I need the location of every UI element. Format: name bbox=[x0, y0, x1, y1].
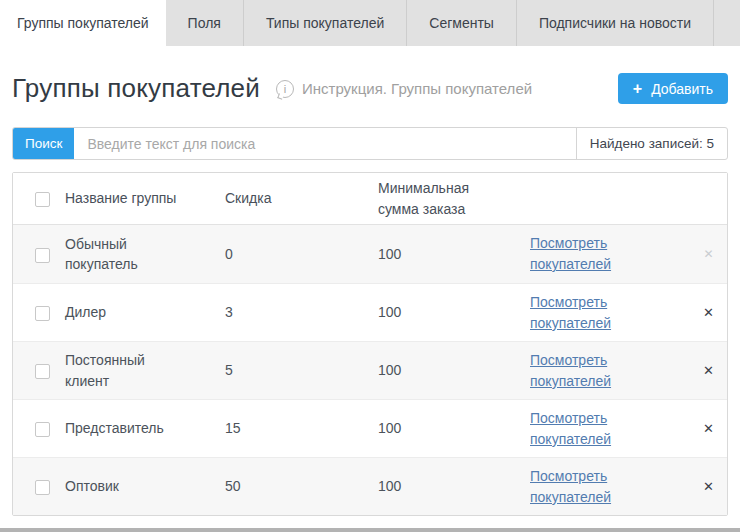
results-count: Найдено записей: 5 bbox=[576, 128, 727, 159]
row-checkbox[interactable] bbox=[35, 480, 50, 495]
delete-icon[interactable]: ✕ bbox=[703, 364, 714, 377]
add-button[interactable]: + Добавить bbox=[618, 73, 728, 104]
tab-segments[interactable]: Сегменты bbox=[406, 0, 516, 46]
search-button[interactable]: Поиск bbox=[13, 128, 74, 159]
view-customers-link[interactable]: Посмотреть покупателей bbox=[530, 466, 642, 508]
row-checkbox[interactable] bbox=[35, 306, 50, 321]
buyer-groups-table: Название группы Скидка Минимальная сумма… bbox=[12, 172, 728, 516]
plus-icon: + bbox=[633, 81, 642, 97]
view-customers-link[interactable]: Посмотреть покупателей bbox=[530, 233, 642, 275]
instruction-link[interactable]: i Инструкция. Группы покупателей bbox=[276, 80, 532, 98]
group-name: Оптовик bbox=[59, 476, 219, 496]
delete-icon: ✕ bbox=[703, 248, 713, 260]
delete-icon[interactable]: ✕ bbox=[703, 422, 714, 435]
tab-buyer-types[interactable]: Типы покупателей bbox=[243, 0, 406, 46]
column-header-min-order: Минимальная сумма заказа bbox=[372, 178, 524, 219]
row-checkbox[interactable] bbox=[35, 364, 50, 379]
instruction-label: Инструкция. Группы покупателей bbox=[302, 80, 532, 97]
add-button-label: Добавить bbox=[651, 81, 713, 97]
view-customers-link[interactable]: Посмотреть покупателей bbox=[530, 350, 642, 392]
page-content: Группы покупателей i Инструкция. Группы … bbox=[0, 73, 740, 516]
table-row: Обычный покупатель 0 100 Посмотреть поку… bbox=[13, 225, 727, 283]
view-customers-link[interactable]: Посмотреть покупателей bbox=[530, 292, 642, 334]
group-min-order: 100 bbox=[372, 418, 524, 438]
group-name: Обычный покупатель bbox=[59, 234, 219, 275]
group-min-order: 100 bbox=[372, 360, 524, 380]
page-title: Группы покупателей bbox=[12, 73, 260, 104]
delete-icon[interactable]: ✕ bbox=[703, 480, 714, 493]
table-row: Постоянный клиент 5 100 Посмотреть покуп… bbox=[13, 341, 727, 399]
view-customers-link[interactable]: Посмотреть покупателей bbox=[530, 408, 642, 450]
column-header-discount: Скидка bbox=[219, 188, 372, 208]
delete-icon[interactable]: ✕ bbox=[703, 306, 714, 319]
group-name: Представитель bbox=[59, 418, 219, 438]
group-discount: 0 bbox=[219, 244, 372, 264]
group-discount: 15 bbox=[219, 418, 372, 438]
group-min-order: 100 bbox=[372, 476, 524, 496]
group-name: Постоянный клиент bbox=[59, 350, 219, 391]
select-all-checkbox[interactable] bbox=[35, 192, 50, 207]
page-header: Группы покупателей i Инструкция. Группы … bbox=[12, 73, 728, 104]
tab-bar: Группы покупателей Поля Типы покупателей… bbox=[0, 0, 740, 46]
tab-filler bbox=[713, 0, 740, 46]
tab-buyer-groups[interactable]: Группы покупателей bbox=[0, 0, 166, 46]
row-checkbox[interactable] bbox=[35, 248, 50, 263]
row-checkbox[interactable] bbox=[35, 422, 50, 437]
group-min-order: 100 bbox=[372, 302, 524, 322]
tab-fields[interactable]: Поля bbox=[166, 0, 243, 46]
group-name: Дилер bbox=[59, 302, 219, 322]
info-icon: i bbox=[276, 80, 294, 98]
group-discount: 3 bbox=[219, 302, 372, 322]
column-header-name: Название группы bbox=[59, 188, 219, 208]
group-discount: 5 bbox=[219, 360, 372, 380]
group-min-order: 100 bbox=[372, 244, 524, 264]
app-window: Группы покупателей Поля Типы покупателей… bbox=[0, 0, 740, 532]
table-header-row: Название группы Скидка Минимальная сумма… bbox=[13, 173, 727, 225]
table-row: Дилер 3 100 Посмотреть покупателей ✕ bbox=[13, 283, 727, 341]
horizontal-scrollbar[interactable] bbox=[0, 528, 740, 532]
tab-news-subscribers[interactable]: Подписчики на новости bbox=[516, 0, 713, 46]
table-row: Представитель 15 100 Посмотреть покупате… bbox=[13, 399, 727, 457]
search-bar: Поиск Найдено записей: 5 bbox=[12, 127, 728, 160]
search-input[interactable] bbox=[74, 128, 575, 159]
table-row: Оптовик 50 100 Посмотреть покупателей ✕ bbox=[13, 457, 727, 515]
group-discount: 50 bbox=[219, 476, 372, 496]
